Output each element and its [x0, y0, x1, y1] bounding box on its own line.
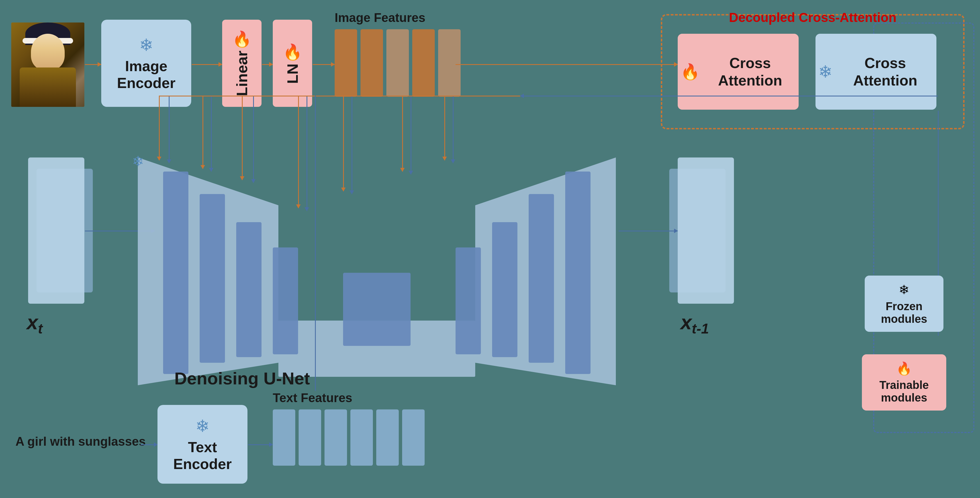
- arrow-txtfeat-to-bar4: [307, 95, 307, 211]
- text-encoder-label: Text Encoder: [158, 439, 247, 473]
- arrow-ln-to-imagefeatures: [313, 64, 335, 65]
- svg-rect-6: [273, 247, 298, 354]
- painting-body: [20, 67, 76, 107]
- arrow-imgfeat-to-bar2: [202, 95, 203, 169]
- arrow-encoder-to-linear: [192, 64, 222, 65]
- xt-label: xt: [27, 311, 43, 337]
- feature-cell-2: [361, 29, 383, 97]
- arrow-imgfeat-to-bar3: [242, 95, 243, 180]
- cross-attention-fire-box: 🔥 Cross Attention: [678, 34, 799, 110]
- arrow-txtfeat-to-bar2: [211, 95, 212, 172]
- svg-rect-3: [163, 172, 188, 374]
- linear-box: 🔥 Linear: [222, 20, 261, 107]
- legend-frozen-box: ❄ Frozen modules: [865, 275, 943, 332]
- arrow-textinput-to-encoder: [141, 444, 158, 445]
- xt1-label: xt-1: [681, 311, 709, 337]
- diagram-container: ❄ Image Encoder 🔥 Linear 🔥 LN Image Feat…: [0, 0, 980, 498]
- text-feature-cell-6: [402, 409, 425, 466]
- fire-legend: 🔥: [896, 361, 912, 376]
- text-feature-cell-1: [273, 409, 295, 466]
- arrow-txtfeat-to-bar6: [410, 95, 411, 174]
- arrow-txtfeat-to-bar3: [253, 95, 254, 183]
- image-features-label: Image Features: [335, 11, 461, 25]
- ln-label: LN: [284, 64, 301, 84]
- decoupled-label: Decoupled Cross-Attention: [729, 10, 896, 25]
- xt-math: x: [27, 311, 38, 334]
- arrow-imgfeat-to-bar7: [444, 95, 445, 160]
- legend-trainable-label: Trainable modules: [862, 379, 946, 404]
- text-features-section: Text Features: [273, 391, 425, 466]
- svg-rect-10: [529, 194, 554, 363]
- arrow-imgfeat-to-bar5: [343, 95, 344, 191]
- snowflake-text-encoder: ❄: [196, 416, 210, 436]
- snowflake-icon: ❄: [139, 35, 153, 55]
- text-feature-cell-2: [299, 409, 321, 466]
- arrow-painting-to-encoder: [85, 64, 101, 65]
- feature-cell-1: [335, 29, 357, 97]
- svg-rect-4: [200, 194, 225, 363]
- fire-icon-ln: 🔥: [283, 43, 302, 61]
- arrow-textencoder-to-textfeatures: [248, 444, 273, 445]
- blue-v-line-left-feed: [315, 95, 316, 391]
- arrow-txtfeat-to-bar7: [453, 95, 453, 163]
- legend-trainable-box: 🔥 Trainable modules: [862, 354, 946, 410]
- snowflake-icon-crossatt: ❄: [818, 62, 832, 81]
- image-features-grid: [335, 29, 461, 97]
- arrow-imgfeat-to-bar6: [402, 95, 403, 172]
- text-features-label: Text Features: [273, 391, 425, 405]
- denoising-label: Denoising U-Net: [174, 368, 310, 388]
- unet-svg: [81, 149, 672, 394]
- text-feature-cell-5: [376, 409, 399, 466]
- arrow-txtfeat-to-bar5: [352, 95, 352, 194]
- arrow-imgfeatures-to-crossatt: [455, 64, 678, 65]
- text-feature-cell-4: [350, 409, 373, 466]
- snowflake-unet: ❄: [132, 153, 144, 170]
- arrow-linear-to-ln: [262, 64, 273, 65]
- blue-h-line-top: [520, 95, 938, 97]
- arrow-imgfeat-to-bar4: [298, 95, 299, 208]
- cross-attention-fire-label: Cross Attention: [705, 54, 796, 89]
- svg-rect-5: [236, 222, 261, 357]
- arrow-unet-to-xn1: [619, 231, 678, 231]
- cross-attention-frozen-box: ❄ Cross Attention: [816, 34, 936, 110]
- svg-rect-8: [455, 247, 481, 354]
- arrow-imgfeat-to-bar1: [159, 95, 160, 160]
- linear-label: Linear: [233, 51, 251, 96]
- image-encoder-box: ❄ Image Encoder: [101, 20, 191, 107]
- feature-cell-4: [412, 29, 435, 97]
- text-features-grid: [273, 409, 425, 466]
- image-encoder-label: Image Encoder: [101, 58, 191, 91]
- arrow-txtfeat-to-bar1: [169, 95, 170, 163]
- ln-box: 🔥 LN: [273, 20, 312, 107]
- feature-cell-5: [438, 29, 461, 97]
- fire-icon-linear: 🔥: [232, 30, 252, 48]
- text-input-label: A girl with sunglasses: [16, 434, 146, 449]
- cross-attention-frozen-label: Cross Attention: [837, 54, 934, 89]
- svg-rect-7: [343, 273, 410, 346]
- painting-image: [11, 22, 84, 107]
- svg-rect-11: [565, 172, 590, 374]
- fire-icon-crossatt: 🔥: [681, 63, 700, 81]
- painting-face: [31, 34, 65, 70]
- feature-cell-3: [387, 29, 409, 97]
- legend-frozen-label: Frozen modules: [865, 300, 943, 325]
- image-features-section: Image Features: [335, 11, 461, 97]
- snowflake-legend: ❄: [899, 282, 909, 297]
- xt-panel: [28, 158, 84, 304]
- xt1-math: x: [681, 311, 692, 334]
- svg-rect-9: [492, 222, 517, 357]
- text-encoder-box: ❄ Text Encoder: [158, 405, 247, 484]
- text-feature-cell-3: [325, 409, 347, 466]
- xn1-panel: [678, 158, 734, 304]
